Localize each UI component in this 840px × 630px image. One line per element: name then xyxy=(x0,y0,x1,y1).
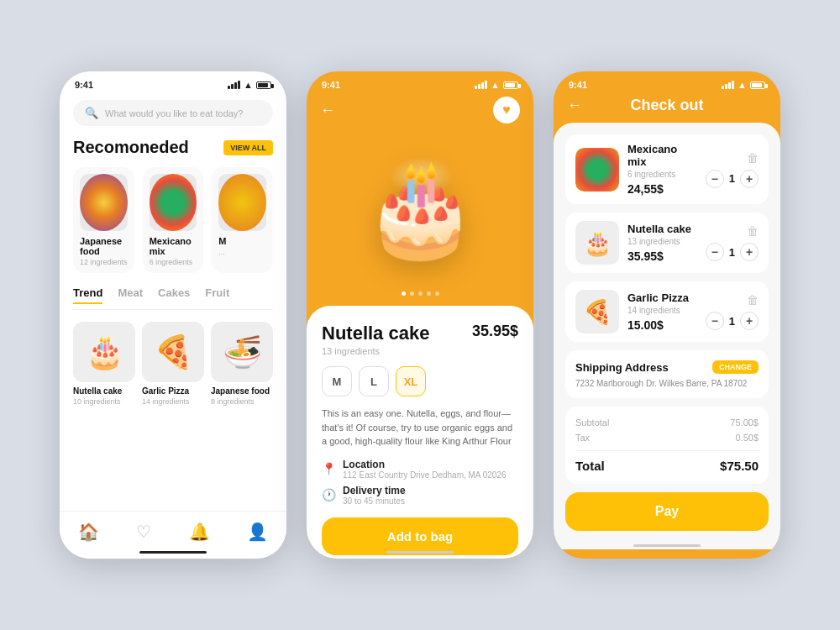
food-card-mexicano[interactable]: Mexicano mix 6 ingredients xyxy=(143,167,204,273)
product-name-row: Nutella cake 35.95$ xyxy=(322,323,518,344)
checkout-item-actions-nutella: 🗑 − 1 + xyxy=(706,224,759,261)
pay-button[interactable]: Pay xyxy=(565,492,769,531)
checkout-item-ingr-mexicano: 6 ingredients xyxy=(627,170,697,179)
battery-icon-2 xyxy=(503,81,518,89)
nav-bell-icon[interactable]: 🔔 xyxy=(189,522,210,542)
qty-val-pizza: 1 xyxy=(729,315,735,328)
qty-plus-nutella[interactable]: + xyxy=(740,243,759,261)
tab-fruit[interactable]: Fruit xyxy=(205,286,229,304)
checkout-item-img-nutella: 🎂 xyxy=(575,221,619,265)
trend-cards: 🎂 Nutella cake 10 ingredients 🍕 Garlic P… xyxy=(73,322,273,406)
change-address-button[interactable]: CHANGE xyxy=(712,360,759,374)
wifi-icon-1: ▲ xyxy=(244,80,253,90)
delete-nutella-button[interactable]: 🗑 xyxy=(747,224,759,238)
back-button-product[interactable]: ← xyxy=(320,102,335,119)
delete-pizza-button[interactable]: 🗑 xyxy=(747,293,759,307)
nav-heart-icon[interactable]: ♡ xyxy=(136,522,151,542)
food-card-img-third xyxy=(218,174,266,231)
status-icons-3: ▲ xyxy=(722,80,765,90)
status-time-2: 9:41 xyxy=(322,80,340,90)
search-icon: 🔍 xyxy=(85,107,98,119)
shipping-header: Shipping Address CHANGE xyxy=(575,360,759,374)
home-indicator-2 xyxy=(386,551,454,554)
size-row: M L XL xyxy=(322,366,518,396)
product-ingredients: 13 ingredients xyxy=(322,346,518,356)
food-card-name-mexicano: Mexicano mix xyxy=(150,236,197,256)
qty-minus-pizza[interactable]: − xyxy=(706,312,724,330)
phone-product: 9:41 ▲ ← ♥ 🎂 Nutella cake 35.95$ 1 xyxy=(307,71,533,559)
checkout-item-name-nutella: Nutella cake xyxy=(627,223,697,235)
subtotal-val: 75.00$ xyxy=(730,417,759,428)
nav-home-icon[interactable]: 🏠 xyxy=(78,522,99,542)
trend-card-name-pizza: Garlic Pizza xyxy=(142,386,204,396)
subtotal-label: Subtotal xyxy=(575,417,609,428)
trend-card-sub-nutella: 10 ingredients xyxy=(73,397,135,406)
phone-home: 9:41 ▲ 🔍 What would you like to eat toda… xyxy=(60,71,286,559)
product-image-area: 🎂 xyxy=(307,123,533,291)
location-row: 📍 Location 112 East Country Drive Dedham… xyxy=(322,459,518,480)
trend-card-img-pizza: 🍕 xyxy=(142,322,204,382)
dot-2 xyxy=(410,291,414,296)
wifi-icon-3: ▲ xyxy=(738,80,747,90)
delivery-row: 🕐 Delivery time 30 to 45 minutes xyxy=(322,485,518,506)
checkout-item-img-mexicano xyxy=(575,148,619,192)
qty-plus-mexicano[interactable]: + xyxy=(740,170,759,188)
status-icons-2: ▲ xyxy=(475,80,518,90)
product-image: 🎂 xyxy=(363,154,478,262)
trend-card-pizza[interactable]: 🍕 Garlic Pizza 14 ingredients xyxy=(142,322,204,406)
checkout-item-price-pizza: 15.00$ xyxy=(627,318,697,332)
delete-mexicano-button[interactable]: 🗑 xyxy=(747,151,759,165)
shipping-address: 7232 Marlborough Dr. Wilkes Barre, PA 18… xyxy=(575,379,759,388)
trend-card-name-japanese2: Japanese food xyxy=(211,386,273,396)
trend-card-nutella[interactable]: 🎂 Nutella cake 10 ingredients xyxy=(73,322,135,406)
total-val: $75.50 xyxy=(720,459,759,473)
qty-minus-nutella[interactable]: − xyxy=(706,243,724,261)
total-row-final: Total $75.50 xyxy=(575,456,759,475)
qty-minus-mexicano[interactable]: − xyxy=(706,170,724,188)
dot-4 xyxy=(427,291,431,296)
food-card-name-japanese: Japanese food xyxy=(80,236,128,256)
nav-profile-icon[interactable]: 👤 xyxy=(247,522,268,542)
qty-controls-nutella: − 1 + xyxy=(706,243,759,261)
dot-1 xyxy=(402,291,406,296)
size-l-button[interactable]: L xyxy=(359,366,389,396)
home-indicator-3 xyxy=(633,544,701,547)
location-icon: 📍 xyxy=(322,462,336,475)
search-bar[interactable]: 🔍 What would you like to eat today? xyxy=(73,100,273,126)
favorite-button[interactable]: ♥ xyxy=(493,97,520,123)
add-to-bag-button[interactable]: Add to bag xyxy=(322,517,518,555)
product-detail: Nutella cake 35.95$ 13 ingredients M L X… xyxy=(307,306,533,559)
checkout-item-ingr-pizza: 14 ingredients xyxy=(627,306,697,315)
food-card-japanese[interactable]: Japanese food 12 ingredients xyxy=(73,167,134,273)
tab-trend[interactable]: Trend xyxy=(73,286,102,304)
trend-card-img-nutella: 🎂 xyxy=(73,322,135,382)
status-bar-1: 9:41 ▲ xyxy=(60,71,286,93)
food-card-sub-mexicano: 6 ingredients xyxy=(150,258,197,266)
product-description: This is an easy one. Nutella, eggs, and … xyxy=(322,407,518,449)
trend-card-japanese[interactable]: 🍜 Japanese food 8 ingredients xyxy=(211,322,273,406)
home-indicator-1 xyxy=(139,551,207,554)
qty-val-nutella: 1 xyxy=(729,246,735,259)
size-xl-button[interactable]: XL xyxy=(396,366,426,396)
checkout-item-pizza: 🍕 Garlic Pizza 14 ingredients 15.00$ 🗑 −… xyxy=(565,281,769,342)
view-all-button[interactable]: VIEW ALL xyxy=(223,140,273,155)
phone-checkout: 9:41 ▲ ← Check out Mexicano mix 6 ingred… xyxy=(554,71,780,559)
size-m-button[interactable]: M xyxy=(322,366,352,396)
battery-icon-3 xyxy=(750,81,765,89)
qty-plus-pizza[interactable]: + xyxy=(740,312,759,330)
checkout-item-mexicano: Mexicano mix 6 ingredients 24,55$ 🗑 − 1 … xyxy=(565,134,769,204)
food-card-third[interactable]: M ... xyxy=(212,167,273,273)
delivery-info: Delivery time 30 to 45 minutes xyxy=(343,485,406,506)
product-name: Nutella cake xyxy=(322,323,429,344)
delivery-label: Delivery time xyxy=(343,485,406,496)
section-title: Recomoneded xyxy=(73,138,189,157)
tax-row: Tax 0.50$ xyxy=(575,430,759,445)
tab-cakes[interactable]: Cakes xyxy=(158,286,190,304)
tab-meat[interactable]: Meat xyxy=(118,286,143,304)
checkout-item-info-mexicano: Mexicano mix 6 ingredients 24,55$ xyxy=(627,143,697,196)
back-button-checkout[interactable]: ← xyxy=(567,97,582,114)
checkout-item-actions-mexicano: 🗑 − 1 + xyxy=(706,151,759,188)
status-bar-3: 9:41 ▲ xyxy=(554,71,780,93)
status-bar-2: 9:41 ▲ xyxy=(307,71,533,93)
totals-box: Subtotal 75.00$ Tax 0.50$ Total $75.50 xyxy=(565,407,769,484)
